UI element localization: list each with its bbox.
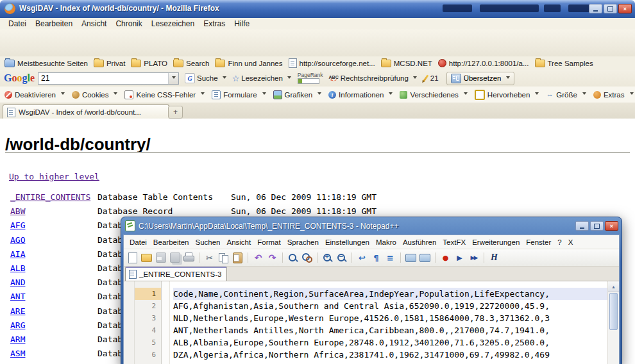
spellcheck-button[interactable]: ABCRechtschreibprüfung (329, 74, 417, 82)
line-number-gutter[interactable]: 1 2 3 4 5 6 (135, 281, 162, 364)
menu-chronik[interactable]: Chronik (111, 19, 146, 29)
notepad-editor[interactable]: 1 2 3 4 5 6 Code,Name,Continent,Region,S… (124, 281, 619, 364)
indent-guide-icon[interactable]: ≡ (385, 252, 396, 263)
bookmark-tree-samples[interactable]: Tree Samples (535, 60, 593, 67)
zoom-in-icon[interactable]: + (322, 252, 333, 263)
show-all-characters-icon[interactable]: ¶ (371, 252, 382, 263)
bookmark-most-visited[interactable]: Meistbesuchte Seiten (4, 60, 88, 67)
webdev-extras[interactable]: Extras (593, 91, 634, 99)
entry-link[interactable]: ARE (10, 306, 25, 316)
entry-link[interactable]: AIA (10, 249, 25, 259)
notepad-window[interactable]: C:\Users\Martin\AppData\Local\Temp\_ENTI… (121, 217, 622, 364)
new-file-icon[interactable] (128, 252, 137, 263)
bookmark-plato[interactable]: PLATO (131, 60, 167, 67)
save-file-icon[interactable] (156, 252, 166, 263)
webdev-verschiedenes[interactable]: Verschiedenes (400, 91, 467, 99)
entry-link[interactable]: ARG (10, 320, 25, 330)
fold-margin[interactable] (162, 281, 170, 364)
google-search-button[interactable]: GSuche (185, 73, 226, 83)
find-icon[interactable] (287, 252, 298, 263)
open-file-icon[interactable] (141, 254, 152, 262)
bookmark-sourceforge[interactable]: http://sourceforge.net... (289, 58, 375, 68)
undo-icon[interactable]: ↶ (253, 252, 264, 263)
menu-bearbeiten[interactable]: Bearbeiten (31, 19, 77, 29)
npp-menu-help[interactable]: ? (554, 238, 564, 247)
entry-link[interactable]: ALB (10, 263, 25, 273)
menu-hilfe[interactable]: Hilfe (230, 19, 254, 29)
html-preview-icon[interactable]: H (489, 252, 500, 263)
function-list-icon[interactable] (419, 254, 430, 262)
paste-icon[interactable] (233, 252, 242, 263)
entry-link[interactable]: ABW (10, 206, 25, 216)
redo-icon[interactable]: ↷ (267, 252, 278, 263)
tab-wsgidav[interactable]: WsgiDAV - Index of /world-db/count... (3, 104, 169, 119)
bookmark-localhost-8001[interactable]: http://127.0.0.1:8001/a... (438, 59, 529, 67)
entry-link[interactable]: AND (10, 277, 25, 287)
copy-icon[interactable] (218, 252, 229, 263)
webdev-css[interactable]: Keine CSS-Fehler (124, 90, 205, 99)
npp-menu-bearbeiten[interactable]: Bearbeiten (150, 238, 192, 247)
maximize-button[interactable] (604, 4, 617, 13)
zoom-out-icon[interactable]: − (336, 252, 347, 263)
scroll-up-icon[interactable]: ▲ (608, 281, 619, 292)
npp-menu-x[interactable]: X (565, 238, 577, 247)
up-to-higher-level-link[interactable]: Up to higher level (9, 172, 99, 181)
save-all-icon[interactable] (170, 252, 180, 263)
menu-ansicht[interactable]: Ansicht (77, 19, 111, 29)
webdev-groesse[interactable]: Größe (546, 91, 586, 99)
npp-menu-ansicht[interactable]: Ansicht (224, 238, 255, 247)
bookmark-mcsd[interactable]: MCSD.NET (381, 60, 432, 67)
webdev-formulare[interactable]: Formulare (212, 90, 266, 99)
bookmark-privat[interactable]: Privat (94, 60, 125, 67)
npp-menu-textfx[interactable]: TextFX (439, 238, 469, 247)
entry-link[interactable]: ASM (10, 349, 25, 358)
npp-menu-erweiterungen[interactable]: Erweiterungen (469, 238, 523, 247)
menu-lesezeichen[interactable]: Lesezeichen (147, 19, 199, 29)
entry-link[interactable]: AFG (10, 220, 25, 230)
editor-text-area[interactable]: Code,Name,Continent,Region,SurfaceArea,I… (170, 281, 619, 364)
minimize-button[interactable] (589, 4, 602, 13)
entry-link[interactable]: _ENTIRE_CONTENTS (10, 192, 90, 202)
npp-menu-datei[interactable]: Datei (126, 238, 150, 247)
scrollbar-thumb[interactable] (609, 293, 618, 330)
cut-icon[interactable]: ✂ (204, 252, 215, 263)
translate-button[interactable]: Übersetzen (446, 72, 515, 85)
entry-link[interactable]: ARM (10, 335, 25, 344)
word-wrap-icon[interactable]: ↩ (357, 252, 368, 263)
notepad-close-button[interactable]: × (605, 221, 618, 231)
record-macro-icon[interactable]: ● (440, 252, 451, 263)
bookmark-margin[interactable] (124, 281, 135, 364)
menu-datei[interactable]: Datei (4, 19, 31, 29)
run-macro-multiple-icon[interactable]: ▶▶ (468, 252, 479, 263)
webdev-deaktivieren[interactable]: Deaktivieren (4, 91, 65, 99)
print-icon[interactable] (184, 253, 194, 262)
webdev-cookies[interactable]: Cookies (72, 91, 118, 99)
notepad-maximize-button[interactable] (590, 221, 604, 231)
menu-extras[interactable]: Extras (199, 19, 230, 29)
replace-icon[interactable] (301, 252, 312, 263)
entry-link[interactable]: AGO (10, 235, 25, 245)
webdev-informationen[interactable]: Informationen (328, 91, 393, 99)
doc-map-icon[interactable] (405, 254, 416, 262)
npp-menu-format[interactable]: Format (254, 238, 284, 247)
notepad-minimize-button[interactable] (575, 221, 589, 231)
close-button[interactable]: × (618, 4, 632, 13)
bookmark-search[interactable]: Search (173, 60, 209, 67)
google-search-box[interactable] (38, 72, 179, 85)
npp-menu-fenster[interactable]: Fenster (523, 238, 554, 247)
notepad-titlebar[interactable]: C:\Users\Martin\AppData\Local\Temp\_ENTI… (123, 217, 620, 235)
webdev-hervorheben[interactable]: Hervorheben (475, 90, 539, 100)
firefox-titlebar[interactable]: WsgiDAV - Index of /world-db/country/ - … (0, 0, 635, 19)
npp-menu-suchen[interactable]: Suchen (192, 238, 223, 247)
pagerank-widget[interactable]: PageRank (298, 72, 323, 84)
google-search-input[interactable] (38, 73, 168, 83)
search-history-dropdown[interactable] (168, 73, 178, 84)
webdev-grafiken[interactable]: Grafiken (273, 90, 321, 99)
google-bookmarks-button[interactable]: ☆Lesezeichen (232, 74, 291, 83)
entry-link[interactable]: ANT (10, 292, 25, 301)
npp-menu-sprachen[interactable]: Sprachen (284, 238, 322, 247)
npp-menu-einstellungen[interactable]: Einstellungen (322, 238, 373, 247)
notepad-tab-active[interactable]: _ENTIRE_CONTENTS-3 (125, 267, 227, 281)
playback-macro-icon[interactable]: ▶ (454, 252, 465, 263)
vertical-scrollbar[interactable]: ▲ (607, 281, 619, 364)
